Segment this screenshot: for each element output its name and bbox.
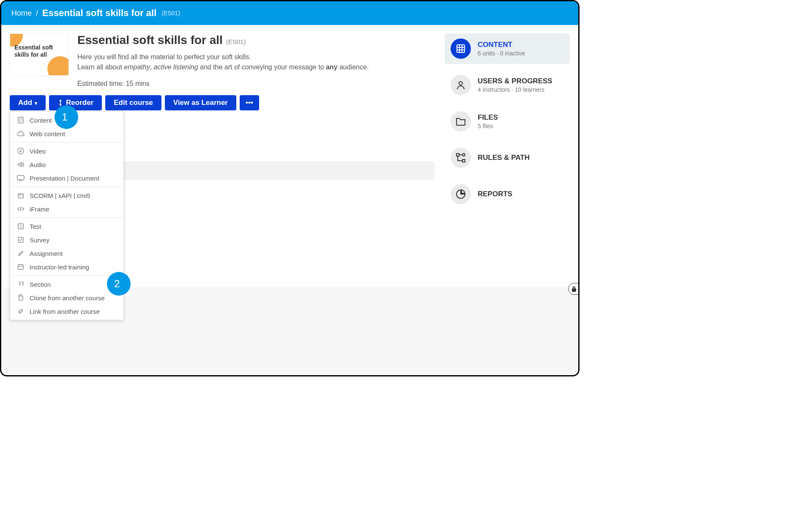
svg-point-26 [462, 154, 465, 156]
folder-icon [451, 111, 471, 132]
add-menu-item[interactable]: Audio [10, 158, 123, 171]
add-menu-item-label: iFrame [30, 206, 49, 213]
dropdown-divider [10, 142, 123, 143]
add-button[interactable]: Add [10, 95, 46, 110]
svg-marker-5 [20, 150, 22, 152]
code-icon [17, 205, 25, 213]
sidebar-item-subtitle: 5 files [478, 123, 498, 129]
course-code: (ES01) [226, 38, 246, 45]
doc-icon [17, 116, 25, 124]
dropdown-divider [10, 187, 123, 187]
add-menu-item-label: Audio [30, 161, 46, 168]
add-menu-item-label: Video [30, 148, 46, 155]
add-menu-item[interactable]: iFrame [10, 202, 123, 216]
add-menu-item-label: Clone from another course [30, 294, 105, 302]
user-icon [451, 75, 471, 95]
ellipsis-icon: ••• [246, 99, 253, 107]
top-breadcrumb-bar: Home / Essential soft skills for all (ES… [1, 1, 578, 25]
sidebar-item-content[interactable]: CONTENT6 units · 0 inactive [445, 33, 570, 64]
sidebar-item-subtitle: 4 instructors · 10 learners [478, 86, 552, 93]
sidebar-item-title: FILES [478, 113, 498, 122]
add-menu-item-label: Survey [30, 236, 49, 244]
add-menu-item[interactable]: Test [10, 220, 123, 233]
link-icon [17, 307, 25, 315]
sidebar-item-subtitle: 6 units · 0 inactive [478, 50, 525, 57]
add-menu-item-label: Section [30, 281, 51, 288]
lock-badge[interactable] [568, 283, 580, 295]
annotation-callout-2: 2 [104, 272, 127, 296]
grid-icon [451, 38, 471, 59]
course-title: Essential soft skills for all (ES01) [77, 33, 369, 47]
course-header: Essential soft skills for all Essential … [10, 33, 435, 88]
dropdown-divider [10, 217, 123, 218]
view-as-learner-button[interactable]: View as Learner [165, 95, 236, 110]
add-menu-item[interactable]: Video [10, 144, 123, 158]
svg-rect-9 [18, 224, 23, 229]
add-menu-item[interactable]: Assignment [10, 247, 123, 260]
lock-icon [571, 286, 577, 292]
sidebar-item-files[interactable]: FILES5 files [445, 106, 570, 137]
sound-icon [17, 161, 25, 168]
quote-icon [17, 280, 25, 288]
course-thumbnail-text: Essential soft skills for all [14, 44, 68, 58]
breadcrumb-home-link[interactable]: Home [11, 9, 32, 18]
add-menu-item[interactable]: Link from another course [10, 305, 123, 318]
sidebar-item-title: REPORTS [478, 190, 512, 198]
add-menu-item-label: SCORM | xAPI | cmi5 [30, 192, 90, 199]
sidebar-item-reports[interactable]: REPORTS [445, 179, 570, 209]
svg-rect-24 [457, 154, 459, 156]
svg-rect-18 [457, 45, 465, 52]
annotation-callout-1: 1 [51, 105, 75, 129]
main-column: Essential soft skills for all Essential … [10, 33, 435, 367]
add-menu-item-label: Instructor-led training [30, 264, 89, 271]
play-icon [17, 147, 25, 155]
caret-down-icon [35, 99, 37, 107]
path-icon [451, 148, 471, 168]
box-icon [17, 192, 25, 199]
sidebar-item-users[interactable]: USERS & PROGRESS4 instructors · 10 learn… [445, 70, 570, 100]
screen-icon [17, 174, 25, 182]
breadcrumb-course-code: (ES01) [161, 10, 180, 16]
cal-icon [17, 263, 25, 271]
sidebar-item-title: CONTENT [478, 41, 525, 49]
pen-icon [17, 250, 25, 257]
add-menu-item-label: Presentation | Document [30, 175, 99, 182]
course-thumbnail[interactable]: Essential soft skills for all [10, 33, 69, 76]
sidebar-item-title: RULES & PATH [478, 154, 530, 162]
add-menu-item-label: Assignment [30, 250, 63, 257]
svg-point-23 [459, 82, 462, 85]
svg-rect-13 [18, 265, 23, 269]
course-estimated-time: Estimated time: 15 mins [77, 80, 369, 88]
right-sidebar: CONTENT6 units · 0 inactiveUSERS & PROGR… [445, 33, 570, 367]
sidebar-item-title: USERS & PROGRESS [478, 77, 552, 85]
course-description: Here you will find all the material to p… [77, 52, 369, 72]
breadcrumb-separator: / [36, 9, 38, 18]
add-menu-item-label: Test [30, 223, 41, 230]
check-icon [17, 236, 25, 244]
cloud-icon [17, 130, 25, 137]
add-menu-item-label: Content [30, 117, 52, 124]
edit-course-button[interactable]: Edit course [105, 95, 161, 110]
sidebar-item-rules[interactable]: RULES & PATH [445, 143, 570, 173]
breadcrumb-course-title: Essential soft skills for all [42, 8, 156, 19]
add-menu-item[interactable]: SCORM | xAPI | cmi5 [10, 189, 123, 202]
add-menu-item[interactable]: Presentation | Document [10, 171, 123, 185]
svg-rect-17 [19, 296, 23, 300]
svg-rect-6 [17, 176, 24, 180]
copy-icon [17, 294, 25, 302]
add-menu-item-label: Link from another course [30, 308, 100, 315]
add-menu-item-label: Web content [30, 130, 65, 137]
pie-icon [451, 184, 471, 204]
list-icon [17, 222, 25, 230]
add-menu-item[interactable]: Survey [10, 233, 123, 247]
svg-rect-25 [462, 159, 465, 162]
more-actions-button[interactable]: ••• [240, 95, 259, 110]
